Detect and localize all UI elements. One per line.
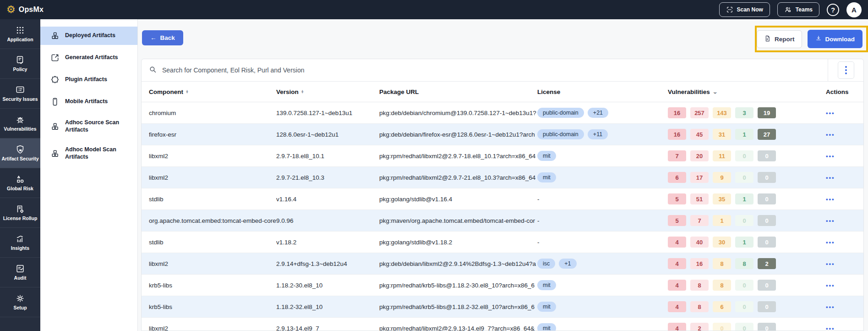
vulnerability-count-badge[interactable]: 257 [690, 107, 709, 118]
vulnerability-count-badge[interactable]: 0 [735, 215, 753, 226]
subsidebar-item-adhoc-source-scan-artifacts[interactable]: Adhoc Source Scan Artifacts [40, 115, 137, 138]
license-badge[interactable]: public-domain [537, 129, 584, 139]
license-badge[interactable]: mit [537, 280, 556, 290]
column-header-component[interactable]: Component ▲▼ [149, 88, 276, 95]
vulnerability-count-badge[interactable]: 11 [713, 150, 731, 161]
sidebar-item-policy[interactable]: Policy [0, 49, 40, 79]
sidebar-item-setup[interactable]: Setup [0, 287, 40, 317]
opsmx-logo[interactable]: ⚙ OpsMx [6, 5, 44, 15]
vulnerability-count-badge[interactable]: 31 [713, 129, 731, 140]
vulnerability-count-badge[interactable]: 2 [690, 323, 709, 331]
vulnerability-count-badge[interactable]: 0 [713, 323, 731, 331]
vulnerability-count-badge[interactable]: 16 [668, 107, 686, 118]
vulnerability-count-badge[interactable]: 8 [713, 280, 731, 291]
license-more-badge[interactable]: +21 [588, 108, 608, 118]
vulnerability-count-badge[interactable]: 6 [668, 172, 686, 183]
vulnerability-count-badge[interactable]: 5 [668, 215, 686, 226]
kebab-menu-icon[interactable] [838, 61, 854, 79]
subsidebar-item-deployed-artifacts[interactable]: Deployed Artifacts [40, 27, 137, 45]
vulnerability-count-badge[interactable]: 0 [735, 150, 753, 161]
vulnerability-count-badge[interactable]: 0 [758, 150, 776, 161]
vulnerability-count-badge[interactable]: 1 [735, 193, 753, 204]
subsidebar-item-plugin-artifacts[interactable]: Plugin Artifacts [40, 71, 137, 89]
license-badge[interactable]: mit [537, 151, 556, 161]
row-actions-menu-icon[interactable]: ••• [826, 196, 835, 203]
subsidebar-item-mobile-artifacts[interactable]: Mobile Artifacts [40, 93, 137, 111]
scan-now-button[interactable]: Scan Now [719, 2, 770, 17]
vulnerability-count-badge[interactable]: 4 [668, 237, 686, 248]
vulnerability-count-badge[interactable]: 8 [690, 301, 709, 312]
download-button[interactable]: Download [808, 30, 863, 48]
vulnerability-count-badge[interactable]: 51 [690, 193, 709, 204]
vulnerability-count-badge[interactable]: 3 [735, 107, 753, 118]
vulnerability-count-badge[interactable]: 0 [758, 323, 776, 331]
back-button[interactable]: ← Back [142, 30, 183, 45]
row-actions-menu-icon[interactable]: ••• [826, 325, 835, 331]
sidebar-item-insights[interactable]: Insights [0, 228, 40, 258]
row-actions-menu-icon[interactable]: ••• [826, 153, 835, 160]
vulnerability-count-badge[interactable]: 16 [668, 129, 686, 140]
vulnerability-count-badge[interactable]: 0 [735, 172, 753, 183]
vulnerability-count-badge[interactable]: 2 [758, 258, 776, 269]
sidebar-item-security-issues[interactable]: Security Issues [0, 79, 40, 109]
vulnerability-count-badge[interactable]: 4 [668, 258, 686, 269]
vulnerability-count-badge[interactable]: 45 [690, 129, 709, 140]
vulnerability-count-badge[interactable]: 4 [668, 301, 686, 312]
search-input[interactable] [162, 66, 820, 74]
vulnerability-count-badge[interactable]: 4 [668, 323, 686, 331]
sidebar-item-license-rollup[interactable]: License Rollup [0, 198, 40, 228]
avatar[interactable]: A [846, 2, 862, 17]
license-badge[interactable]: mit [537, 302, 556, 312]
vulnerability-count-badge[interactable]: 35 [713, 193, 731, 204]
row-actions-menu-icon[interactable]: ••• [826, 239, 835, 246]
vulnerability-count-badge[interactable]: 17 [690, 172, 709, 183]
sort-icon[interactable]: ▲▼ [301, 90, 304, 94]
vulnerability-count-badge[interactable]: 0 [758, 237, 776, 248]
vulnerability-count-badge[interactable]: 1 [735, 237, 753, 248]
column-header-vulnerabilities[interactable]: Vulnerabilities ⌄ [668, 88, 826, 95]
vulnerability-count-badge[interactable]: 0 [758, 280, 776, 291]
vulnerability-count-badge[interactable]: 20 [690, 150, 709, 161]
sort-icon[interactable]: ▲▼ [186, 90, 189, 94]
row-actions-menu-icon[interactable]: ••• [826, 303, 835, 310]
row-actions-menu-icon[interactable]: ••• [826, 282, 835, 289]
column-header-version[interactable]: Version ▲▼ [276, 88, 379, 95]
license-badge[interactable]: mit [537, 172, 556, 182]
vulnerability-count-badge[interactable]: 0 [758, 215, 776, 226]
vulnerability-count-badge[interactable]: 0 [735, 280, 753, 291]
vulnerability-count-badge[interactable]: 8 [713, 258, 731, 269]
vulnerability-count-badge[interactable]: 19 [758, 107, 776, 118]
report-button[interactable]: Report [757, 30, 802, 48]
license-badge[interactable]: mit [537, 323, 556, 331]
vulnerability-count-badge[interactable]: 16 [690, 258, 709, 269]
row-actions-menu-icon[interactable]: ••• [826, 174, 835, 181]
sidebar-item-vulnerabilities[interactable]: Vulnerabilities [0, 109, 40, 138]
row-actions-menu-icon[interactable]: ••• [826, 131, 835, 138]
vulnerability-count-badge[interactable]: 7 [690, 215, 709, 226]
vulnerability-count-badge[interactable]: 0 [758, 172, 776, 183]
vulnerability-count-badge[interactable]: 9 [713, 172, 731, 183]
license-badge[interactable]: public-domain [537, 108, 584, 118]
license-badge[interactable]: isc [537, 259, 555, 269]
sidebar-item-artifact-security[interactable]: Artifact Security [0, 138, 40, 168]
vulnerability-count-badge[interactable]: 6 [713, 301, 731, 312]
vulnerability-count-badge[interactable]: 1 [713, 215, 731, 226]
teams-button[interactable]: Teams [777, 2, 819, 17]
row-actions-menu-icon[interactable]: ••• [826, 110, 835, 116]
vulnerability-count-badge[interactable]: 4 [668, 280, 686, 291]
sidebar-item-audit[interactable]: Audit [0, 258, 40, 287]
subsidebar-item-generated-artifacts[interactable]: Generated Artifacts [40, 49, 137, 67]
row-actions-menu-icon[interactable]: ••• [826, 260, 835, 267]
license-more-badge[interactable]: +11 [588, 129, 608, 139]
vulnerability-count-badge[interactable]: 27 [758, 129, 776, 140]
vulnerability-count-badge[interactable]: 0 [735, 301, 753, 312]
sidebar-item-application[interactable]: Application [0, 19, 40, 49]
vulnerability-count-badge[interactable]: 143 [713, 107, 731, 118]
vulnerability-count-badge[interactable]: 0 [758, 301, 776, 312]
vulnerability-count-badge[interactable]: 30 [713, 237, 731, 248]
vulnerability-count-badge[interactable]: 40 [690, 237, 709, 248]
vulnerability-count-badge[interactable]: 5 [668, 193, 686, 204]
subsidebar-item-adhoc-model-scan-artifacts[interactable]: Adhoc Model Scan Artifacts [40, 142, 137, 165]
sidebar-item-global-risk[interactable]: Global Risk [0, 168, 40, 198]
vulnerability-count-badge[interactable]: 7 [668, 150, 686, 161]
